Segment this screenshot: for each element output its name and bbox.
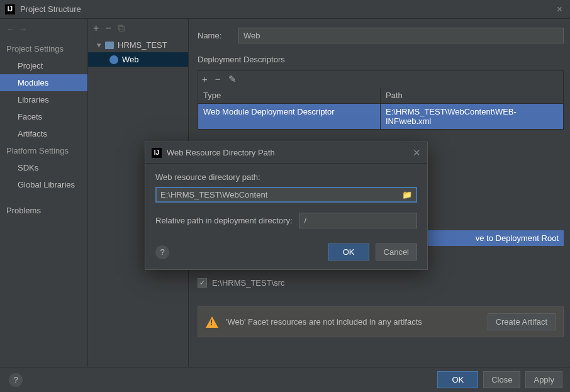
dd-edit-icon[interactable]: ✎ [228, 74, 237, 85]
nav-item-sdks[interactable]: SDKs [0, 159, 87, 176]
dialog-title: Web Resource Directory Path [167, 148, 413, 157]
warning-bar: 'Web' Facet resources are not included i… [198, 306, 564, 337]
rel-input[interactable] [299, 213, 417, 228]
name-row: Name: [198, 28, 570, 43]
web-resource-dialog: IJ Web Resource Directory Path ✕ Web res… [145, 142, 428, 270]
nav-item-libraries[interactable]: Libraries [0, 91, 87, 108]
tree-child-label: Web [122, 55, 139, 64]
dialog-cancel-button[interactable]: Cancel [376, 244, 417, 260]
checkbox-icon[interactable]: ✓ [198, 278, 207, 288]
dd-col-type: Type [198, 87, 381, 103]
remove-icon[interactable]: − [105, 23, 111, 34]
copy-icon[interactable]: ⧉ [118, 23, 125, 34]
dialog-body: Web resource directory path: 📁 Relative … [145, 164, 427, 235]
close-button[interactable]: Close [483, 371, 520, 388]
tree-root-label: HRMS_TEST [118, 40, 167, 50]
create-artifact-button[interactable]: Create Artifact [488, 313, 556, 330]
dialog-titlebar: IJ Web Resource Directory Path ✕ [145, 142, 427, 164]
section-project-settings: Project Settings [0, 40, 87, 57]
dd-toolbar: + − ✎ [198, 71, 563, 87]
ok-button[interactable]: OK [437, 371, 478, 388]
dd-row-path: E:\HRMS_TEST\WebContent\WEB-INF\web.xml [381, 104, 563, 129]
dd-title: Deployment Descriptors [198, 55, 570, 64]
path-input[interactable] [160, 190, 402, 199]
app-icon: IJ [5, 4, 15, 14]
nav-item-facets[interactable]: Facets [0, 108, 87, 125]
dd-table: + − ✎ Type Path Web Module Deployment De… [198, 70, 564, 130]
nav-item-global-libraries[interactable]: Global Libraries [0, 176, 87, 193]
apply-button[interactable]: Apply [525, 371, 562, 388]
dd-row[interactable]: Web Module Deployment Descriptor E:\HRMS… [198, 104, 563, 129]
nav-item-artifacts[interactable]: Artifacts [0, 125, 87, 142]
source-root-item[interactable]: ✓ E:\HRMS_TEST\src [198, 274, 570, 291]
tree-node-web[interactable]: Web [88, 52, 188, 67]
source-root-label: E:\HRMS_TEST\src [212, 278, 285, 288]
name-input[interactable] [238, 28, 564, 43]
dialog-close-icon[interactable]: ✕ [413, 147, 421, 159]
dialog-label-rel: Relative path in deployment directory: [155, 216, 293, 225]
rel-row: Relative path in deployment directory: [155, 213, 417, 228]
add-icon[interactable]: + [93, 23, 99, 34]
dd-col-path: Path [381, 87, 563, 103]
nav-item-project[interactable]: Project [0, 57, 87, 74]
web-icon [109, 55, 118, 64]
nav-item-problems[interactable]: Problems [0, 202, 87, 219]
browse-icon[interactable]: 📁 [402, 190, 412, 199]
dd-header: Type Path [198, 87, 563, 104]
tree-node-root[interactable]: ▾ HRMS_TEST [88, 38, 188, 52]
window-title: Project Structure [20, 4, 554, 14]
dialog-app-icon: IJ [152, 148, 162, 158]
name-label: Name: [198, 31, 230, 40]
section-platform-settings: Platform Settings [0, 142, 87, 159]
tree-toolbar: + − ⧉ [88, 19, 188, 38]
titlebar: IJ Project Structure × [0, 0, 570, 19]
nav-item-modules[interactable]: Modules [0, 74, 87, 91]
dialog-help-icon[interactable]: ? [155, 245, 169, 259]
dd-row-type: Web Module Deployment Descriptor [198, 104, 381, 129]
dialog-label-path: Web resource directory path: [155, 172, 417, 182]
warning-icon [206, 316, 218, 328]
bottom-bar: ? OK Close Apply [0, 367, 570, 392]
close-icon[interactable]: × [554, 4, 565, 15]
folder-icon [105, 42, 114, 49]
nav-arrows: ← → [0, 21, 87, 40]
dialog-ok-button[interactable]: OK [328, 244, 369, 260]
path-input-wrap: 📁 [155, 187, 417, 203]
warning-text: 'Web' Facet resources are not included i… [226, 317, 480, 327]
forward-icon[interactable]: → [19, 24, 28, 34]
dd-add-icon[interactable]: + [202, 74, 208, 85]
back-icon[interactable]: ← [6, 24, 15, 34]
dd-remove-icon[interactable]: − [215, 74, 221, 85]
dialog-footer: ? OK Cancel [145, 235, 427, 269]
help-icon[interactable]: ? [9, 373, 23, 387]
left-nav-panel: ← → Project Settings Project Modules Lib… [0, 19, 88, 367]
